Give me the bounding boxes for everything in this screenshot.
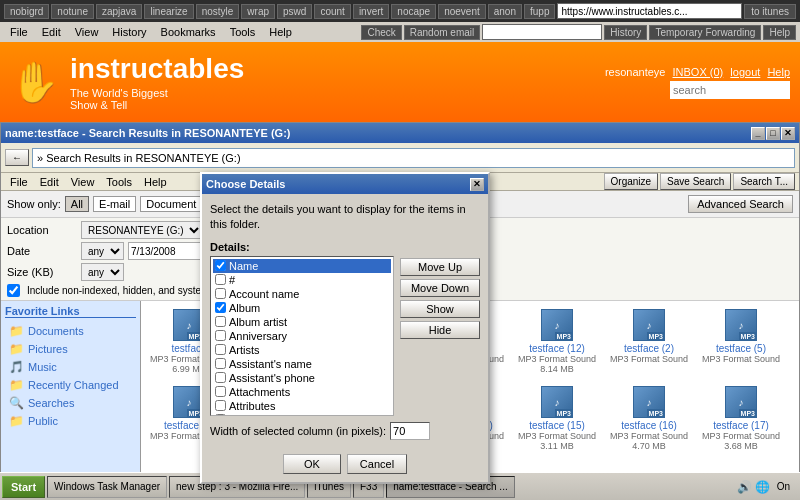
detail-list-item[interactable]: Attributes bbox=[213, 399, 391, 413]
detail-item-label: Anniversary bbox=[229, 330, 287, 342]
detail-list-item[interactable]: Assistant's phone bbox=[213, 371, 391, 385]
anon-btn[interactable]: anon bbox=[488, 4, 522, 19]
firefox-menu-help[interactable]: Help bbox=[263, 25, 298, 39]
detail-list-item[interactable]: # bbox=[213, 273, 391, 287]
linearize-btn[interactable]: linearize bbox=[144, 4, 193, 19]
detail-item-label: Name bbox=[229, 260, 258, 272]
detail-checkbox[interactable] bbox=[215, 330, 226, 341]
hand-logo-icon: ✋ bbox=[10, 59, 60, 106]
notune-btn[interactable]: notune bbox=[51, 4, 94, 19]
instructables-header: ✋ instructables The World's BiggestShow … bbox=[0, 42, 800, 122]
firefox-history-btn[interactable]: History bbox=[604, 25, 647, 40]
detail-item-label: Album bbox=[229, 302, 260, 314]
nostyle-btn[interactable]: nostyle bbox=[196, 4, 240, 19]
help-link[interactable]: Help bbox=[767, 66, 790, 78]
firefox-random-email-btn[interactable]: Random email bbox=[404, 25, 480, 40]
detail-checkbox[interactable] bbox=[215, 260, 226, 271]
brand-name: instructables bbox=[70, 53, 244, 85]
count-btn[interactable]: count bbox=[314, 4, 350, 19]
wrap-btn[interactable]: wrap bbox=[241, 4, 275, 19]
detail-list-item[interactable]: Attachments bbox=[213, 385, 391, 399]
detail-list-item[interactable]: Account name bbox=[213, 287, 391, 301]
firefox-menu-view[interactable]: View bbox=[69, 25, 105, 39]
logo-area: ✋ instructables The World's BiggestShow … bbox=[10, 53, 244, 111]
choose-details-dialog: Choose Details ✕ Select the details you … bbox=[200, 172, 490, 484]
dialog-ok-btn[interactable]: OK bbox=[283, 454, 341, 474]
invert-btn[interactable]: invert bbox=[353, 4, 389, 19]
noevent-btn[interactable]: noevent bbox=[438, 4, 486, 19]
dialog-titlebar: Choose Details ✕ bbox=[202, 174, 488, 194]
detail-checkbox[interactable] bbox=[215, 414, 226, 416]
nocape-btn[interactable]: nocape bbox=[391, 4, 436, 19]
header-right: resonanteye INBOX (0) logout Help bbox=[605, 66, 790, 99]
details-list-container: Name # Account name Album Album artist A… bbox=[210, 256, 480, 416]
detail-list-item[interactable]: Assistant's name bbox=[213, 357, 391, 371]
details-label: Details: bbox=[210, 241, 480, 253]
dialog-description: Select the details you want to display f… bbox=[210, 202, 480, 233]
detail-item-label: Album artist bbox=[229, 316, 287, 328]
detail-list-item[interactable]: Anniversary bbox=[213, 329, 391, 343]
dialog-footer: OK Cancel bbox=[202, 448, 488, 482]
hide-btn[interactable]: Hide bbox=[400, 321, 480, 339]
detail-checkbox[interactable] bbox=[215, 316, 226, 327]
detail-checkbox[interactable] bbox=[215, 302, 226, 313]
detail-item-label: Artists bbox=[229, 344, 260, 356]
detail-checkbox[interactable] bbox=[215, 358, 226, 369]
detail-item-label: Assistant's phone bbox=[229, 372, 315, 384]
browser-body: name:testface - Search Results in RESONA… bbox=[0, 122, 800, 500]
detail-list-item[interactable]: Artists bbox=[213, 343, 391, 357]
detail-list-item[interactable]: Name bbox=[213, 259, 391, 273]
page-wrapper: nobigrd notune zapjava linearize nostyle… bbox=[0, 0, 800, 500]
tagline: The World's BiggestShow & Tell bbox=[70, 87, 244, 111]
dialog-cancel-btn[interactable]: Cancel bbox=[347, 454, 407, 474]
firefox-menu-edit[interactable]: Edit bbox=[36, 25, 67, 39]
detail-checkbox[interactable] bbox=[215, 386, 226, 397]
firefox-menu-file[interactable]: File bbox=[4, 25, 34, 39]
firefox-search-input[interactable] bbox=[482, 24, 602, 40]
details-list[interactable]: Name # Account name Album Album artist A… bbox=[210, 256, 394, 416]
width-input[interactable] bbox=[390, 422, 430, 440]
user-info: resonanteye INBOX (0) logout Help bbox=[605, 66, 790, 78]
dialog-close-btn[interactable]: ✕ bbox=[470, 178, 484, 191]
firefox-menu-history[interactable]: History bbox=[106, 25, 152, 39]
firefox-menu-tools[interactable]: Tools bbox=[224, 25, 262, 39]
details-buttons: Move Up Move Down Show Hide bbox=[400, 256, 480, 416]
detail-item-label: Authors bbox=[229, 414, 267, 416]
zapjava-btn[interactable]: zapjava bbox=[96, 4, 142, 19]
pswd-btn[interactable]: pswd bbox=[277, 4, 312, 19]
show-btn[interactable]: Show bbox=[400, 300, 480, 318]
dialog-overlay: Choose Details ✕ Select the details you … bbox=[0, 122, 800, 500]
move-down-btn[interactable]: Move Down bbox=[400, 279, 480, 297]
dialog-title: Choose Details bbox=[206, 178, 470, 190]
fupp-btn[interactable]: fupp bbox=[524, 4, 555, 19]
detail-item-label: Assistant's name bbox=[229, 358, 312, 370]
detail-list-item[interactable]: Authors bbox=[213, 413, 391, 416]
firefox-check-btn[interactable]: Check bbox=[361, 25, 401, 40]
top-toolbar: nobigrd notune zapjava linearize nostyle… bbox=[0, 0, 800, 22]
logout-link[interactable]: logout bbox=[730, 66, 760, 78]
detail-item-label: # bbox=[229, 274, 235, 286]
brand-info: instructables The World's BiggestShow & … bbox=[70, 53, 244, 111]
move-up-btn[interactable]: Move Up bbox=[400, 258, 480, 276]
detail-item-label: Account name bbox=[229, 288, 299, 300]
width-label: Width of selected column (in pixels): bbox=[210, 425, 386, 437]
detail-checkbox[interactable] bbox=[215, 400, 226, 411]
browser-address-bar[interactable] bbox=[557, 3, 742, 19]
detail-checkbox[interactable] bbox=[215, 274, 226, 285]
nobigrd-btn[interactable]: nobigrd bbox=[4, 4, 49, 19]
firefox-help-btn[interactable]: Help bbox=[763, 25, 796, 40]
detail-item-label: Attributes bbox=[229, 400, 275, 412]
go-itunes-btn[interactable]: to itunes bbox=[744, 4, 796, 19]
detail-list-item[interactable]: Album artist bbox=[213, 315, 391, 329]
detail-list-item[interactable]: Album bbox=[213, 301, 391, 315]
username: resonanteye bbox=[605, 66, 666, 78]
firefox-menu-bar: File Edit View History Bookmarks Tools H… bbox=[0, 22, 800, 42]
firefox-menu-bookmarks[interactable]: Bookmarks bbox=[155, 25, 222, 39]
detail-checkbox[interactable] bbox=[215, 288, 226, 299]
inst-search-input[interactable] bbox=[670, 81, 790, 99]
detail-checkbox[interactable] bbox=[215, 344, 226, 355]
inbox-link[interactable]: INBOX (0) bbox=[673, 66, 724, 78]
detail-checkbox[interactable] bbox=[215, 372, 226, 383]
firefox-temp-fwd-btn[interactable]: Temporary Forwarding bbox=[649, 25, 761, 40]
detail-item-label: Attachments bbox=[229, 386, 290, 398]
